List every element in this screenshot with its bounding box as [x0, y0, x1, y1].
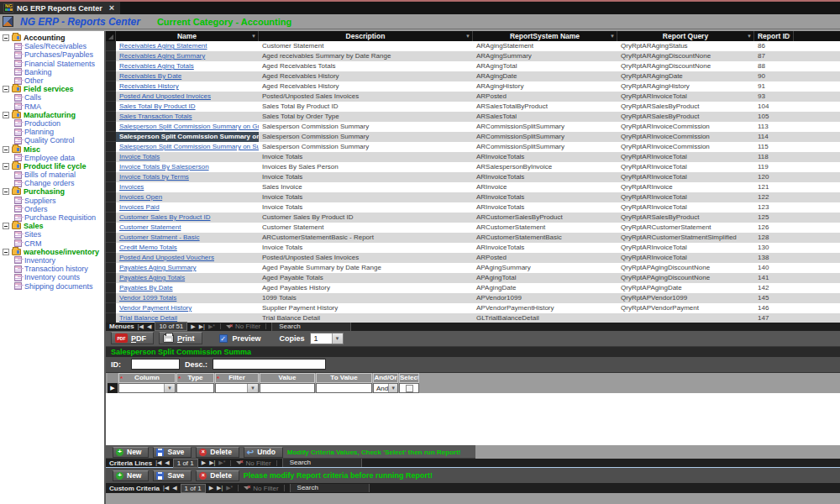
report-name-cell[interactable]: Receivables Aging Summary — [116, 51, 259, 61]
row-selector[interactable] — [106, 202, 116, 213]
table-row[interactable]: Receivables Aging SummaryAged receivable… — [106, 51, 840, 61]
report-name-cell[interactable]: Invoice Totals by Terms — [116, 172, 259, 182]
nav-first-icon[interactable]: |◀ — [163, 485, 169, 491]
report-link[interactable]: Salesperson Split Commission Summary on … — [119, 123, 259, 130]
collapse-minus-icon[interactable] — [3, 249, 9, 255]
nav-last-icon[interactable]: ▶| — [217, 485, 223, 491]
report-name-cell[interactable]: Receivables History — [116, 81, 259, 92]
tree-category-misc[interactable]: Misc — [0, 144, 104, 153]
table-row[interactable]: Credit Memo TotalsInvoice TotalsARInvoic… — [106, 243, 840, 253]
search-input[interactable]: Search — [282, 459, 362, 467]
row-selector[interactable] — [106, 142, 116, 152]
row-selector[interactable] — [106, 152, 116, 162]
row-selector[interactable] — [106, 243, 116, 253]
report-name-cell[interactable]: Invoice Totals — [116, 152, 259, 162]
table-row[interactable]: Invoice Totals By SalespersonInvoices By… — [106, 162, 840, 172]
report-link[interactable]: Salesperson Split Commission Summary on … — [119, 133, 259, 140]
table-row[interactable]: Sales Total By Product IDSales Total By … — [106, 102, 840, 112]
report-name-cell[interactable]: Invoices Open — [116, 192, 259, 202]
table-row[interactable]: Customer Statment - BasicARCustomerState… — [106, 233, 840, 243]
row-selector[interactable] — [106, 51, 116, 61]
copies-select[interactable]: 1 ▼ — [310, 333, 344, 344]
criteria-header-and-or[interactable]: And/Or — [373, 373, 398, 383]
collapse-minus-icon[interactable] — [3, 188, 9, 195]
criteria-tovalue-cell[interactable] — [316, 383, 372, 394]
report-link[interactable]: Customer Sales By Product ID — [119, 213, 210, 221]
row-selector[interactable] — [106, 92, 116, 102]
row-selector[interactable] — [106, 293, 116, 303]
tree-category-manufacturing[interactable]: Manufacturing — [0, 111, 104, 119]
close-icon[interactable]: × — [109, 3, 114, 13]
table-row[interactable]: Salesperson Split Commission Summary on … — [106, 122, 840, 132]
nav-next-icon[interactable]: ▶ — [209, 485, 213, 491]
table-row[interactable]: Receivables Aging StatementCustomer Stat… — [106, 41, 840, 51]
column-header-report-query[interactable]: Report Query▼ — [617, 31, 754, 41]
report-name-cell[interactable]: Invoices Paid — [116, 202, 259, 213]
table-row[interactable]: Invoice TotalsInvoice TotalsARInvoiceTot… — [106, 152, 840, 162]
nav-next-icon[interactable]: ▶ — [202, 459, 206, 466]
collapse-minus-icon[interactable] — [3, 146, 9, 153]
table-row[interactable]: Payables Aging SummaryAged Payable Summa… — [106, 263, 840, 273]
chevron-down-icon[interactable]: ▼ — [164, 384, 175, 393]
report-link[interactable]: Invoice Totals By Salesperson — [119, 163, 209, 171]
report-link[interactable]: Trial Balance Detail — [119, 314, 177, 322]
table-row[interactable]: Trial Balance DetailTrial Balance Detail… — [106, 313, 840, 323]
report-link[interactable]: Posted And Unposted Vouchers — [119, 254, 214, 261]
row-selector[interactable] — [106, 192, 116, 202]
collapse-minus-icon[interactable] — [3, 163, 9, 170]
report-name-cell[interactable]: Posted And Unposted Vouchers — [116, 253, 259, 263]
table-row[interactable]: Invoices OpenInvoice TotalsARInvoiceTota… — [106, 192, 840, 202]
table-row[interactable]: Posted And Unposted InvoicesPosted/Unpos… — [106, 92, 840, 102]
report-link[interactable]: Invoices Open — [119, 193, 162, 201]
row-selector[interactable] — [106, 283, 116, 293]
collapse-minus-icon[interactable] — [3, 112, 9, 118]
table-row[interactable]: Payables By DateAged Payables HistoryAPA… — [106, 283, 840, 293]
tree-item-inventory-counts[interactable]: Inventory counts — [0, 273, 104, 281]
print-button[interactable]: Print — [159, 332, 202, 344]
tree-item-bills-of-material[interactable]: Bills of material — [0, 171, 104, 179]
report-name-cell[interactable]: Payables By Date — [116, 283, 259, 293]
report-link[interactable]: Payables Aging Summary — [119, 264, 197, 271]
nav-last-icon[interactable]: ▶| — [209, 459, 215, 466]
criteria-header-value[interactable]: Value — [260, 373, 315, 383]
report-link[interactable]: Sales Total By Product ID — [119, 102, 196, 110]
table-row[interactable]: Posted And Unposted VouchersPosted/Unpos… — [106, 253, 840, 263]
report-name-cell[interactable]: Salesperson Split Commission Summary on … — [116, 132, 259, 142]
criteria-header-to-value[interactable]: To Value — [316, 373, 372, 383]
row-selector[interactable] — [106, 233, 116, 243]
criteria-andor-cell[interactable]: And▼ — [373, 383, 398, 394]
tree-item-transaction-history[interactable]: Transaction history — [0, 265, 104, 273]
table-row[interactable]: Vendor Payment HistorySupplier Payment H… — [106, 303, 840, 313]
report-name-cell[interactable]: Receivables Aging Totals — [116, 61, 259, 71]
table-row[interactable]: Payables Aging TotalsAged Payable Totals… — [106, 273, 840, 283]
criteria-type-cell[interactable] — [176, 383, 214, 394]
row-selector[interactable] — [106, 313, 116, 323]
nav-prev-icon[interactable]: ◀ — [172, 485, 176, 491]
nav-prev-icon[interactable]: ◀ — [147, 323, 151, 330]
criteria-filter-cell[interactable]: ▼ — [215, 383, 259, 394]
nav-prev-icon[interactable]: ◀ — [165, 459, 169, 466]
chevron-down-icon[interactable]: ▼ — [332, 333, 343, 344]
save-button[interactable]: Save — [153, 447, 192, 458]
new-button[interactable]: +New — [113, 470, 149, 481]
nav-next-icon[interactable]: ▶ — [191, 323, 195, 330]
report-name-cell[interactable]: Customer Sales By Product ID — [116, 213, 259, 223]
tree-item-financial-statements[interactable]: Financial Statements — [0, 60, 104, 68]
no-filter-indicator[interactable]: No Filter — [236, 459, 270, 467]
report-link[interactable]: Receivables Aging Statement — [119, 42, 207, 50]
no-filter-indicator[interactable]: No Filter — [244, 485, 278, 492]
report-name-cell[interactable]: Posted And Unposted Invoices — [116, 92, 259, 102]
report-link[interactable]: Receivables Aging Totals — [119, 62, 194, 70]
search-input[interactable]: Search — [271, 323, 351, 331]
table-row[interactable]: InvoicesSales InvoiceARInvoiceQryRptARIn… — [106, 182, 840, 192]
column-filter-icon[interactable]: ▼ — [465, 31, 470, 41]
report-name-cell[interactable]: Salesperson Split Commission Summary on … — [116, 122, 259, 132]
no-filter-indicator[interactable]: No Filter — [226, 323, 260, 330]
report-link[interactable]: Receivables By Date — [119, 72, 181, 80]
table-row[interactable]: Salesperson Split Commission Summary on … — [106, 132, 840, 142]
report-name-cell[interactable]: Sales Transaction Totals — [116, 112, 259, 122]
new-button[interactable]: +New — [113, 447, 149, 458]
criteria-value-cell[interactable] — [260, 383, 315, 394]
column-filter-icon[interactable]: ▼ — [747, 31, 752, 41]
report-name-cell[interactable]: Vendor 1099 Totals — [116, 293, 259, 303]
